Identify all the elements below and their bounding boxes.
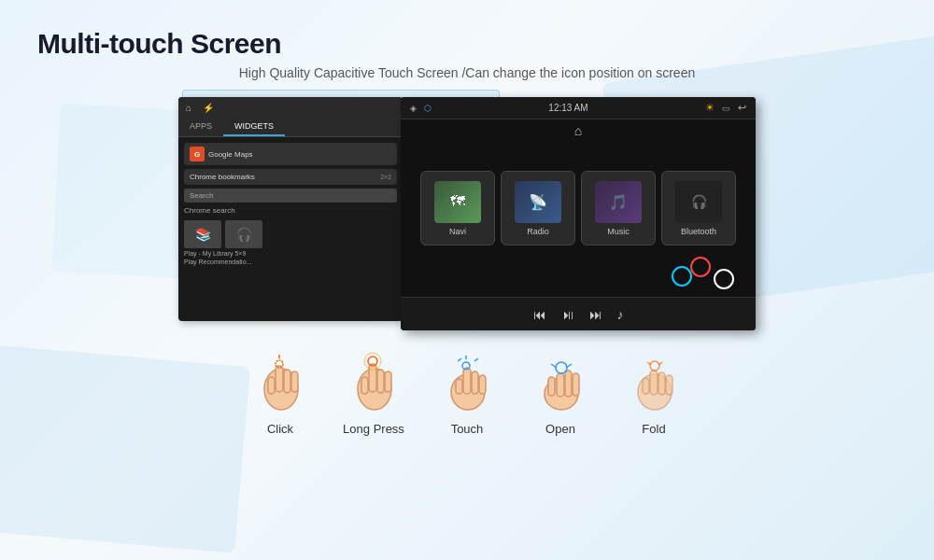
app-grid: 🗺 Navi 📡 Radio	[408, 161, 748, 255]
widget-google-maps: G Google Maps	[184, 143, 397, 165]
svg-rect-1	[276, 366, 283, 392]
radio-image: 📡	[515, 181, 561, 223]
play-pause-btn[interactable]: ⏯	[561, 307, 574, 322]
gesture-fold: Fold	[621, 344, 686, 436]
home-icon: ⌂	[186, 103, 191, 113]
circle-white	[714, 269, 734, 289]
app-area: ⌂ 🗺 Navi	[401, 119, 756, 297]
svg-rect-25	[565, 371, 572, 397]
page-title: Multi-touch Screen	[37, 28, 897, 60]
tab-widgets[interactable]: WIDGETS	[223, 118, 285, 136]
fold-hand-svg	[624, 347, 685, 413]
touch-label: Touch	[451, 422, 484, 436]
open-hand-svg	[531, 347, 591, 413]
android-topbar: ⌂ ⚡	[178, 97, 403, 118]
prev-btn[interactable]: ⏮	[533, 307, 546, 322]
svg-rect-27	[548, 377, 555, 396]
tab-apps[interactable]: APPS	[178, 118, 223, 136]
maps-label: Google Maps	[208, 150, 253, 159]
svg-rect-34	[666, 375, 672, 395]
plug-icon: ⚡	[203, 103, 214, 113]
app-tile-radio[interactable]: 📡 Radio	[501, 171, 575, 245]
svg-line-21	[474, 358, 478, 361]
svg-rect-9	[377, 370, 384, 393]
page-subtitle: High Quality Capacitive Touch Screen /Ca…	[37, 65, 897, 80]
bt-thumb: 🎧	[675, 181, 722, 223]
media-row: 📚 🎧	[184, 220, 397, 248]
touch-hand-svg	[437, 347, 498, 413]
svg-rect-24	[557, 373, 564, 397]
svg-rect-10	[385, 371, 391, 392]
svg-rect-8	[369, 364, 376, 392]
circle-red	[690, 257, 711, 277]
media-controls: ⏮ ⏯ ⏭ ♪	[401, 297, 756, 330]
gesture-touch: Touch	[434, 344, 500, 436]
fold-label: Fold	[642, 422, 665, 436]
headphones-icon: 🎧	[236, 227, 252, 242]
navi-label: Navi	[449, 227, 466, 236]
bt-label: Bluetooth	[681, 227, 716, 236]
battery-icon: ▭	[722, 104, 730, 113]
chrome-label: Chrome bookmarks	[190, 173, 255, 181]
next-btn[interactable]: ⏭	[589, 307, 602, 322]
circles-container	[672, 261, 737, 289]
screen-area: ⌂ ⚡ APPS WIDGETS G Google Maps	[37, 97, 897, 330]
map-thumb: 🗺	[434, 181, 481, 223]
topbar-time: 12:13 AM	[548, 103, 587, 113]
book-icon: 📚	[195, 227, 211, 242]
gesture-open-hand	[528, 344, 593, 414]
gestures-row: Click Long Press	[37, 344, 897, 445]
svg-rect-16	[472, 371, 478, 394]
svg-rect-33	[658, 372, 665, 395]
radio-label: Radio	[527, 227, 549, 236]
main-screen-inner: ◈ ⬡ 12:13 AM ☀ ▭ ↩ ⌂	[401, 97, 756, 330]
music-note-icon: ♪	[617, 307, 624, 322]
page-wrapper: Multi-touch Screen High Quality Capaciti…	[0, 0, 934, 560]
click-label: Click	[267, 422, 293, 436]
app-tile-navi[interactable]: 🗺 Navi	[420, 171, 495, 245]
svg-rect-17	[479, 375, 486, 394]
longpress-label: Long Press	[343, 422, 404, 436]
svg-rect-35	[643, 378, 649, 394]
gesture-click-hand	[248, 344, 313, 414]
gesture-fold-hand	[621, 344, 686, 414]
back-icon: ↩	[738, 102, 746, 114]
android-tabs: APPS WIDGETS	[178, 118, 403, 137]
home-icon-main: ⌂	[574, 123, 582, 138]
svg-rect-32	[650, 371, 658, 395]
widget-chrome: Chrome bookmarks 2×2	[184, 169, 397, 185]
music-label: Music	[607, 227, 630, 236]
bt-image: 🎧	[675, 181, 722, 223]
content-area: Multi-touch Screen High Quality Capaciti…	[0, 0, 934, 464]
play-rec-label: Play Recommendatio...	[184, 259, 397, 265]
chrome-size: 2×2	[380, 174, 391, 180]
click-hand-svg	[250, 347, 311, 413]
svg-rect-2	[284, 370, 290, 393]
gesture-open: Open	[528, 344, 593, 436]
svg-point-36	[650, 361, 659, 371]
media-thumb-book: 📚	[184, 220, 221, 248]
svg-rect-15	[463, 368, 471, 394]
gesture-longpress: Long Press	[341, 344, 406, 436]
maps-icon: G	[190, 147, 205, 161]
circle-cyan	[672, 266, 692, 287]
radio-thumb: 📡	[515, 181, 561, 223]
svg-rect-11	[361, 377, 368, 394]
main-screen: ◈ ⬡ 12:13 AM ☀ ▭ ↩ ⌂	[401, 97, 756, 330]
navi-image: 🗺	[434, 181, 481, 223]
app-tile-music[interactable]: 🎵 Music	[581, 171, 656, 245]
circles-group	[672, 261, 737, 289]
screen-container: ⌂ ⚡ APPS WIDGETS G Google Maps	[178, 97, 756, 330]
gesture-touch-hand	[434, 344, 500, 414]
svg-rect-18	[456, 379, 462, 394]
android-content: G Google Maps Chrome bookmarks 2×2 Searc…	[178, 137, 403, 271]
svg-rect-3	[291, 371, 298, 392]
android-screen: ⌂ ⚡ APPS WIDGETS G Google Maps	[178, 97, 403, 321]
search-bar[interactable]: Search	[184, 189, 397, 203]
app-tile-bluetooth[interactable]: 🎧 Bluetooth	[661, 171, 736, 245]
gesture-longpress-hand	[341, 344, 406, 414]
gesture-click: Click	[248, 344, 313, 436]
music-image: 🎵	[595, 181, 642, 223]
main-topbar: ◈ ⬡ 12:13 AM ☀ ▭ ↩	[401, 97, 756, 119]
music-thumb: 🎵	[595, 181, 642, 223]
